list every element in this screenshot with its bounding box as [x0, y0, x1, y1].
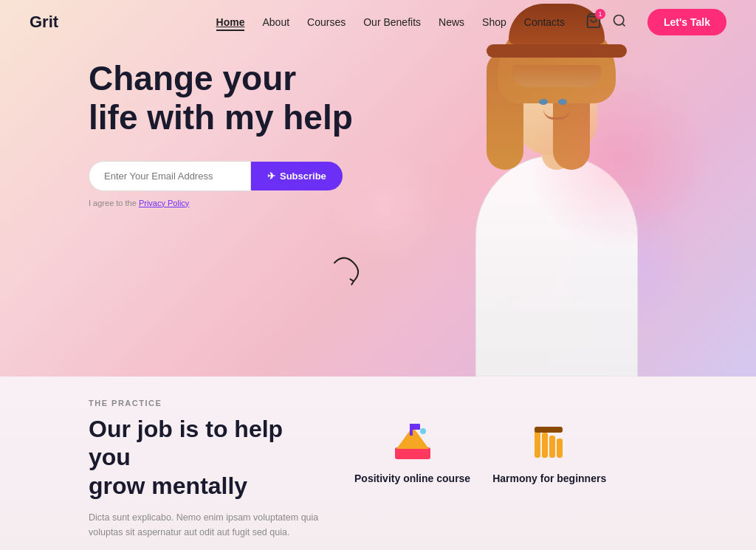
nav-link-contacts[interactable]: Contacts — [524, 16, 565, 28]
course-name-positivity: Positivity online course — [354, 472, 470, 484]
positivity-svg — [392, 421, 433, 462]
practice-label: THE PRACTICE — [89, 399, 667, 408]
hero-section: Change yourlife with my help ✈ Subscribe… — [0, 0, 756, 377]
svg-rect-2 — [395, 447, 430, 459]
nav-item-about[interactable]: About — [262, 16, 289, 29]
curl-arrow-decoration — [321, 247, 388, 308]
nav-icons: 1 Let's Talk — [585, 9, 726, 35]
subscribe-icon: ✈ — [267, 171, 275, 182]
course-icon-harmony — [526, 418, 573, 465]
hat-brim — [487, 44, 627, 58]
email-input[interactable] — [89, 161, 251, 191]
harmony-svg — [529, 421, 570, 462]
nav-link-shop[interactable]: Shop — [482, 16, 506, 28]
nav-item-contacts[interactable]: Contacts — [524, 16, 565, 29]
nav-link-courses[interactable]: Courses — [307, 16, 346, 28]
nav-link-about[interactable]: About — [262, 16, 289, 28]
nav-item-benefits[interactable]: Our Benefits — [363, 16, 421, 29]
lower-section: THE PRACTICE Our job is to help yougrow … — [0, 377, 756, 550]
svg-rect-8 — [542, 433, 548, 458]
course-icon-positivity — [389, 418, 436, 465]
nav-link-home[interactable]: Home — [216, 16, 245, 31]
lower-left-column: Our job is to help yougrow mentally Dict… — [89, 415, 325, 540]
lower-content: Our job is to help yougrow mentally Dict… — [89, 415, 667, 540]
subscribe-label: Subscribe — [280, 171, 326, 182]
person-blob — [527, 66, 712, 251]
svg-rect-9 — [549, 436, 555, 458]
subscribe-button[interactable]: ✈ Subscribe — [251, 162, 343, 190]
courses-grid: Positivity online course Harmony for beg… — [354, 415, 667, 484]
nav-link-benefits[interactable]: Our Benefits — [363, 16, 421, 28]
svg-rect-10 — [557, 439, 563, 458]
hero-content: Change yourlife with my help ✈ Subscribe… — [89, 59, 353, 207]
hero-person-image — [416, 22, 697, 377]
lower-description: Dicta sunt explicabo. Nemo enim ipsam vo… — [89, 510, 325, 540]
cart-badge: 1 — [595, 9, 605, 19]
navbar: Grit Home About Courses Our Benefits New… — [0, 0, 756, 44]
curl-arrow-svg — [322, 247, 388, 301]
nav-item-shop[interactable]: Shop — [482, 16, 506, 29]
svg-rect-11 — [535, 427, 563, 433]
privacy-link[interactable]: Privacy Policy — [139, 199, 189, 207]
course-card-positivity[interactable]: Positivity online course — [354, 418, 470, 484]
nav-links: Home About Courses Our Benefits News Sho… — [216, 16, 565, 29]
nav-item-news[interactable]: News — [439, 16, 464, 29]
course-card-harmony[interactable]: Harmony for beginners — [492, 418, 606, 484]
cart-icon[interactable]: 1 — [585, 13, 602, 32]
search-icon[interactable] — [612, 13, 627, 31]
lets-talk-button[interactable]: Let's Talk — [647, 9, 726, 35]
course-name-harmony: Harmony for beginners — [492, 472, 606, 484]
brand-logo[interactable]: Grit — [30, 13, 58, 32]
lower-title: Our job is to help yougrow mentally — [89, 415, 325, 500]
nav-item-home[interactable]: Home — [216, 16, 245, 29]
svg-point-1 — [614, 16, 624, 25]
svg-rect-7 — [535, 430, 540, 458]
privacy-text: I agree to the Privacy Policy — [89, 199, 353, 207]
search-svg — [612, 13, 627, 28]
nav-link-news[interactable]: News — [439, 16, 464, 28]
svg-point-6 — [420, 428, 426, 434]
hero-title: Change yourlife with my help — [89, 59, 353, 137]
email-form: ✈ Subscribe — [89, 161, 353, 191]
privacy-prefix: I agree to the — [89, 199, 139, 207]
nav-item-courses[interactable]: Courses — [307, 16, 346, 29]
svg-rect-5 — [410, 424, 420, 430]
